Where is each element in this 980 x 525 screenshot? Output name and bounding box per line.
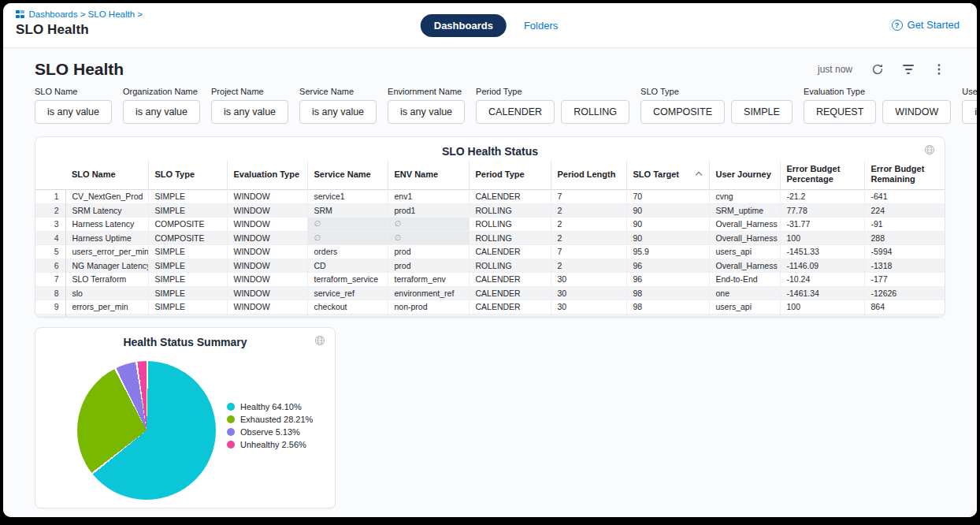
- table-cell: errors_per_min: [65, 300, 148, 315]
- table-cell: CALENDER: [469, 190, 551, 204]
- column-header[interactable]: Evaluation Type: [227, 161, 307, 190]
- filter-value-button[interactable]: is any value: [211, 100, 288, 124]
- legend-item[interactable]: Exhausted 28.21%: [227, 415, 313, 424]
- table-cell: NG Manager Latency: [65, 259, 148, 273]
- table-cell: CD: [307, 259, 388, 273]
- table-row: 7SLO TerraformSIMPLEWINDOWterraform_serv…: [35, 273, 945, 287]
- breadcrumb-text[interactable]: Dashboards > SLO Health >: [29, 9, 143, 19]
- table-cell: 100: [780, 300, 864, 315]
- table-cell: Overall_Harness: [709, 314, 780, 318]
- table-cell: 37: [864, 314, 945, 318]
- filter-group-enviornment-name: Enviornment Nameis any value: [388, 87, 465, 124]
- table-cell: terraform_env: [388, 273, 469, 287]
- filter-buttons: CALENDERROLLING: [476, 100, 629, 124]
- table-cell: WINDOW: [227, 231, 307, 245]
- row-number: 7: [35, 273, 65, 287]
- column-header[interactable]: SLO Name: [65, 161, 148, 190]
- column-header[interactable]: User Journey: [709, 161, 780, 190]
- legend-label: Unhealthy 2.56%: [240, 440, 306, 449]
- filter-buttons: REQUESTWINDOW: [804, 100, 951, 124]
- filter-option-button[interactable]: CALENDER: [476, 100, 555, 124]
- filter-group-slo-type: SLO TypeCOMPOSITESIMPLE: [640, 87, 793, 124]
- window-page-title: SLO Health: [16, 22, 143, 38]
- table-row: 4Harness UptimeCOMPOSITEWINDOW∅∅ROLLING2…: [35, 231, 945, 245]
- table-cell: prod: [388, 245, 469, 259]
- chart-legend: Healthy 64.10%Exhausted 28.21%Observe 5.…: [227, 402, 313, 449]
- filter-group-organization-name: Organization Nameis any value: [123, 87, 200, 124]
- filter-value-button[interactable]: is any value: [299, 100, 377, 124]
- column-header[interactable]: Error Budget Percentage: [780, 161, 864, 190]
- table-cell: WINDOW: [227, 190, 307, 204]
- tab-folders[interactable]: Folders: [522, 14, 559, 37]
- row-number-header: [35, 161, 65, 190]
- tab-dashboards[interactable]: Dashboards: [421, 14, 507, 37]
- table-cell: COMPOSITE: [148, 218, 227, 232]
- filter-group-evaluation-type: Evaluation TypeREQUESTWINDOW: [804, 87, 951, 124]
- table-cell: environment_ref: [388, 286, 469, 300]
- table-cell: ROLLING: [469, 218, 551, 232]
- filter-option-button[interactable]: WINDOW: [882, 100, 951, 124]
- column-header[interactable]: Error Budget Remaining: [864, 161, 945, 190]
- table-cell: SIMPLE: [148, 300, 227, 315]
- filter-value-button[interactable]: is any value: [35, 100, 112, 124]
- more-options-icon[interactable]: ⋮: [933, 64, 945, 75]
- column-header[interactable]: SLO Target: [626, 161, 709, 190]
- filter-label: Evaluation Type: [804, 87, 951, 96]
- table-cell: -5994: [864, 245, 945, 259]
- legend-item[interactable]: Unhealthy 2.56%: [227, 440, 313, 449]
- table-cell: SIMPLE: [148, 259, 227, 273]
- column-header[interactable]: Service Name: [307, 161, 388, 190]
- dashboard-header: SLO Health just now ⋮: [3, 48, 977, 79]
- table-cell: 2: [551, 218, 626, 232]
- filter-icon[interactable]: [903, 65, 914, 74]
- filter-value-button[interactable]: is any value: [388, 100, 465, 124]
- column-header[interactable]: ENV Name: [388, 161, 469, 190]
- legend-color-dot: [227, 415, 235, 423]
- row-number: 3: [35, 218, 65, 232]
- globe-icon[interactable]: [924, 144, 935, 158]
- table-cell: -31.77: [780, 218, 864, 232]
- table-cell: 90: [626, 218, 709, 232]
- filter-value-button[interactable]: is any value: [962, 100, 977, 124]
- table-cell: WINDOW: [227, 286, 307, 300]
- column-header[interactable]: SLO Type: [148, 161, 227, 190]
- table-cell: 2: [551, 314, 626, 318]
- table-cell: SRM_uptime: [709, 203, 780, 218]
- filter-value-button[interactable]: is any value: [123, 100, 200, 124]
- table-cell: CV_NextGen_Prod: [65, 190, 148, 204]
- row-number: 10: [35, 314, 65, 318]
- refresh-icon[interactable]: [871, 63, 884, 76]
- table-cell: 63.79: [780, 314, 864, 318]
- globe-icon[interactable]: [314, 335, 325, 349]
- filter-option-button[interactable]: ROLLING: [561, 100, 629, 124]
- table-cell: WINDOW: [227, 300, 307, 315]
- legend-item[interactable]: Observe 5.13%: [227, 427, 313, 437]
- table-cell: 30: [551, 286, 626, 300]
- filter-option-button[interactable]: SIMPLE: [731, 100, 793, 124]
- table-row: 9errors_per_minSIMPLEWINDOWcheckoutnon-p…: [35, 300, 945, 315]
- column-header[interactable]: Period Length: [551, 161, 626, 190]
- table-cell: 70: [626, 190, 709, 204]
- table-cell: -641: [864, 190, 945, 204]
- legend-label: Healthy 64.10%: [240, 402, 302, 411]
- dashboards-grid-icon: [16, 10, 24, 19]
- table-cell: one: [709, 286, 780, 300]
- pie-chart[interactable]: [77, 361, 216, 500]
- column-header[interactable]: Period Type: [469, 161, 551, 190]
- filter-label: User Journey: [962, 87, 977, 96]
- slo-health-table: SLO NameSLO TypeEvaluation TypeService N…: [35, 161, 945, 318]
- table-cell: SIMPLE: [148, 286, 227, 300]
- table-cell: -1318: [864, 259, 945, 273]
- view-tabs: Dashboards Folders: [421, 14, 560, 37]
- filter-option-button[interactable]: COMPOSITE: [640, 100, 725, 124]
- table-cell: 95.9: [626, 245, 709, 259]
- table-cell: 30: [551, 273, 626, 287]
- filter-option-button[interactable]: REQUEST: [804, 100, 876, 124]
- table-row: 10CI LatencySIMPLEWINDOWC1prodROLLING298…: [35, 314, 945, 318]
- legend-item[interactable]: Healthy 64.10%: [227, 402, 313, 411]
- table-cell: prod: [388, 259, 469, 273]
- breadcrumb[interactable]: Dashboards > SLO Health >: [16, 9, 143, 19]
- get-started-link[interactable]: ? Get Started: [892, 19, 960, 31]
- table-row: 8sloSIMPLEWINDOWservice_refenvironment_r…: [35, 286, 945, 300]
- filter-label: Project Name: [211, 87, 288, 96]
